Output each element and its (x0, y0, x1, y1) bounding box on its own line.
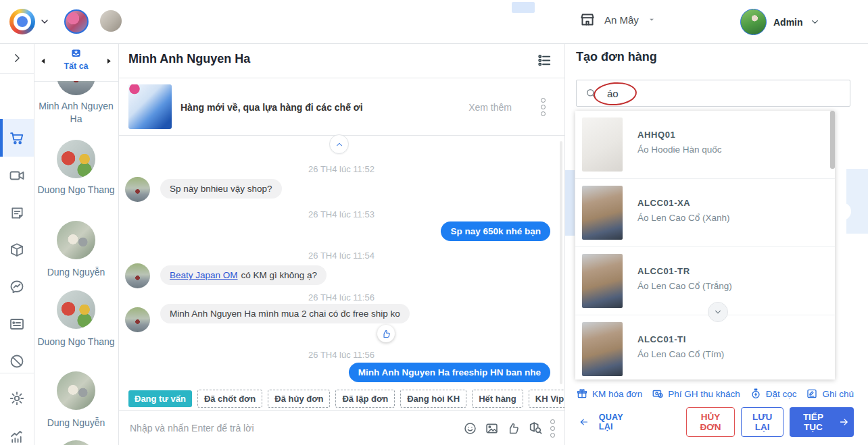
conversation-list: Minh Anh Nguyen Ha Duong Ngo Thang Dung … (34, 81, 118, 445)
product-item[interactable]: ALCC01-XA Áo Len Cao Cổ (Xanh) (575, 179, 835, 247)
pinned-post: Hàng mới về, qua lựa hàng đi các chế ơi … (118, 78, 564, 136)
product-code: AHHQ01 (637, 130, 675, 140)
option-label: Đặt cọc (766, 389, 797, 399)
post-thumbnail[interactable] (128, 84, 172, 129)
collapse-post-button[interactable] (329, 134, 349, 154)
video-camera-icon (9, 167, 25, 184)
top-bar: An Mây Admin (0, 0, 868, 44)
product-name: Áo Hoodie Hàn quốc (637, 145, 722, 155)
conversation-name: Dung Nguyễn (35, 417, 117, 429)
tag-dang-hoi-kh[interactable]: Đang hỏi KH (400, 390, 466, 408)
save-order-button[interactable]: LƯU LẠI (741, 407, 784, 437)
tag-dang-tu-van[interactable]: Đang tư vấn (128, 390, 192, 407)
message-timestamp: 26 TH4 lúc 11:53 (118, 209, 564, 219)
messenger-icon (9, 279, 25, 295)
avatar (57, 140, 95, 178)
avatar[interactable] (57, 440, 95, 445)
page-avatar-inactive[interactable] (100, 10, 122, 32)
conversation-details-icon[interactable] (537, 53, 552, 68)
tag-da-chot-don[interactable]: Đã chốt đơn (197, 390, 262, 408)
cancel-order-button[interactable]: HỦY ĐƠN (686, 407, 734, 437)
sidebar-item-orders[interactable] (0, 119, 34, 157)
store-selector[interactable]: An Mây (579, 11, 656, 28)
continue-label: TIẾP TỤC (794, 412, 832, 432)
product-search-input[interactable] (606, 87, 811, 100)
chevron-up-icon (335, 140, 344, 149)
sidebar-item-analytics[interactable] (0, 421, 34, 445)
image-attach-icon[interactable] (485, 421, 499, 436)
background-circle (834, 203, 851, 220)
more-actions-icon[interactable] (550, 419, 555, 438)
chevron-down-icon[interactable] (39, 16, 50, 27)
sidebar-item-messenger[interactable] (0, 272, 34, 302)
note-page-icon (9, 205, 25, 221)
option-label: Phí GH thu khách (668, 389, 740, 399)
product-search-icon[interactable] (528, 421, 543, 436)
storefront-icon (579, 11, 596, 28)
product-image (582, 254, 623, 308)
package-icon (9, 242, 25, 258)
user-menu[interactable]: Admin (740, 9, 820, 35)
tag-da-lap-don[interactable]: Đã lập đơn (335, 390, 395, 408)
avatar (125, 177, 150, 202)
option-shipping-fee[interactable]: Phí GH thu khách (652, 388, 740, 400)
sidebar-item-notes[interactable] (0, 198, 34, 228)
product-name: Áo Len Cao Cổ (Xanh) (637, 213, 730, 223)
page-avatar-active[interactable] (64, 9, 89, 34)
gear-icon (9, 390, 25, 407)
product-item[interactable]: ALCC01-TI Áo Len Cao Cổ (Tím) (575, 315, 835, 379)
product-name: Áo Len Cao Cổ (Tím) (637, 349, 724, 359)
thumbs-up-icon[interactable] (506, 421, 521, 436)
reply-input[interactable] (128, 422, 463, 434)
scroll-more-button[interactable] (708, 302, 728, 322)
divider (0, 73, 34, 74)
sidebar-item-settings[interactable] (0, 384, 34, 413)
conversation-name: Minh Anh Nguyen Ha (35, 100, 117, 126)
tag-da-huy-don[interactable]: Đã hủy đơn (268, 390, 330, 408)
product-name: Áo Len Cao Cổ (Trắng) (637, 281, 732, 291)
conversation-name: Duong Ngo Thang (35, 336, 117, 348)
option-invoice-promo[interactable]: KM hóa đơn (576, 388, 642, 400)
message-bubble: Sp nay 650k nhé bạn (441, 221, 550, 241)
product-image (582, 186, 623, 240)
nav-rail (0, 43, 34, 445)
message-timestamp: 26 TH4 lúc 11:54 (118, 251, 564, 261)
product-code: ALCC01-XA (637, 198, 690, 208)
product-code: ALCC01-TI (637, 334, 686, 344)
back-button[interactable]: QUAY LẠI (579, 413, 631, 431)
tag-het-hang[interactable]: Hết hàng (472, 390, 523, 408)
card-list-icon (9, 316, 25, 332)
post-menu-icon[interactable] (541, 98, 546, 116)
chat-scrollbar[interactable] (560, 141, 562, 384)
product-item[interactable]: ALCC01-TR Áo Len Cao Cổ (Trắng) (575, 247, 835, 315)
thumbs-up-reaction-icon (377, 325, 395, 342)
chevron-right-icon (11, 52, 23, 64)
continue-button[interactable]: TIẾP TỤC (790, 407, 854, 437)
next-filter-icon[interactable] (104, 57, 113, 66)
message-bubble: Minh Anh Nguyen Ha freeship HN ban nhe (349, 363, 550, 382)
expand-sidebar-button[interactable] (0, 43, 34, 73)
conversation-column: Tất cả Minh Anh Nguyen Ha Duong Ngo Than… (34, 43, 119, 445)
emoji-icon[interactable] (463, 421, 477, 436)
conversation-name: Dung Nguyễn (35, 266, 117, 279)
sidebar-item-livestream[interactable] (0, 161, 34, 190)
option-note[interactable]: Ghi chú (806, 388, 854, 400)
app-logo[interactable] (9, 9, 35, 34)
product-search-box (576, 80, 850, 107)
message-bubble: Minh Anh Nguyen Ha mình mua 2 chai có đc… (160, 304, 410, 323)
post-see-more-link[interactable]: Xem thêm (468, 102, 512, 113)
blurred-badge (512, 2, 535, 13)
sidebar-item-customers[interactable] (0, 309, 34, 339)
product-item[interactable]: AHHQ01 Áo Hoodie Hàn quốc (575, 111, 835, 179)
sidebar-item-products[interactable] (0, 235, 34, 265)
sidebar-item-blocklist[interactable] (0, 346, 34, 376)
chat-title: Minh Anh Nguyen Ha (128, 52, 250, 66)
option-deposit[interactable]: Đặt cọc (750, 388, 797, 400)
arrow-right-icon (838, 416, 850, 428)
product-dropdown: AHHQ01 Áo Hoodie Hàn quốc ALCC01-XA Áo L… (575, 111, 835, 379)
note-icon (806, 388, 818, 400)
message-text: có KM gì không ạ? (241, 270, 318, 280)
dropdown-scrollbar[interactable] (830, 111, 835, 169)
mention-link[interactable]: Beaty Japan OM (170, 270, 238, 280)
message-timestamp: 26 TH4 lúc 11:56 (118, 292, 564, 303)
